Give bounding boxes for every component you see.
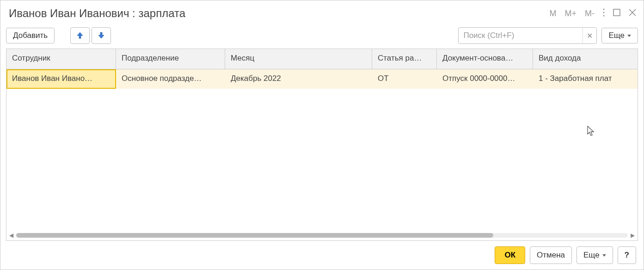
cell-base-document[interactable]: Отпуск 0000-0000… xyxy=(437,69,533,89)
column-header-month[interactable]: Месяц xyxy=(225,49,372,69)
cell-month[interactable]: Декабрь 2022 xyxy=(225,69,372,89)
memory-m-minus-button[interactable]: M- xyxy=(585,9,595,18)
ok-button[interactable]: ОК xyxy=(495,246,525,264)
cell-income-type[interactable]: 1 - Заработная плат xyxy=(533,69,638,89)
search-field-wrap: ✕ xyxy=(458,27,597,44)
toolbar-left: Добавить xyxy=(6,27,111,44)
x-icon: ✕ xyxy=(587,32,593,40)
cell-employee[interactable]: Иванов Иван Ивано… xyxy=(6,69,116,89)
footer-more-button[interactable]: Еще xyxy=(577,246,613,264)
cell-department[interactable]: Основное подразде… xyxy=(116,69,225,89)
scroll-left-icon[interactable]: ◀ xyxy=(9,232,13,239)
move-up-button[interactable] xyxy=(70,27,90,44)
column-header-department[interactable]: Подразделение xyxy=(116,49,225,69)
salary-window: Иванов Иван Иванович : зарплата M M+ M- … xyxy=(0,0,644,270)
toolbar: Добавить ✕ Ещ xyxy=(6,26,638,49)
move-down-button[interactable] xyxy=(92,27,111,44)
memory-m-plus-button[interactable]: M+ xyxy=(564,9,577,18)
toolbar-right: ✕ Еще xyxy=(458,27,638,44)
clear-search-button[interactable]: ✕ xyxy=(583,28,596,43)
svg-point-2 xyxy=(603,15,604,16)
help-button[interactable]: ? xyxy=(618,246,636,264)
scrollbar-track[interactable] xyxy=(16,233,628,238)
toolbar-more-button[interactable]: Еще xyxy=(601,28,638,43)
add-button[interactable]: Добавить xyxy=(6,28,55,43)
close-icon[interactable] xyxy=(629,9,636,18)
kebab-menu-icon[interactable] xyxy=(603,8,605,19)
table-row[interactable]: Иванов Иван Ивано… Основное подразде… Де… xyxy=(6,69,638,89)
arrow-up-icon xyxy=(76,31,84,41)
svg-rect-3 xyxy=(613,9,620,16)
column-header-expense-item[interactable]: Статья ра… xyxy=(372,49,437,69)
titlebar-controls: M M+ M- xyxy=(549,8,636,19)
search-input[interactable] xyxy=(459,31,583,40)
maximize-icon[interactable] xyxy=(613,9,620,18)
cell-expense-item[interactable]: ОТ xyxy=(372,69,437,89)
scroll-right-icon[interactable]: ▶ xyxy=(631,232,635,239)
horizontal-scrollbar[interactable]: ◀ ▶ xyxy=(6,230,638,240)
memory-m-button[interactable]: M xyxy=(549,9,556,18)
scrollbar-thumb[interactable] xyxy=(16,233,493,238)
footer: ОК Отмена Еще ? xyxy=(6,241,638,266)
cancel-button[interactable]: Отмена xyxy=(530,246,572,264)
table-body[interactable]: Иванов Иван Ивано… Основное подразде… Де… xyxy=(6,69,638,230)
window-title: Иванов Иван Иванович : зарплата xyxy=(9,7,185,20)
data-table: Сотрудник Подразделение Месяц Статья ра…… xyxy=(6,49,638,241)
column-header-income-type[interactable]: Вид дохода xyxy=(533,49,638,69)
column-header-employee[interactable]: Сотрудник xyxy=(6,49,116,69)
column-header-base-document[interactable]: Документ-основа… xyxy=(437,49,533,69)
titlebar: Иванов Иван Иванович : зарплата M M+ M- xyxy=(6,4,638,26)
arrow-down-icon xyxy=(97,31,105,41)
svg-point-1 xyxy=(603,12,604,13)
table-header: Сотрудник Подразделение Месяц Статья ра…… xyxy=(6,49,638,69)
svg-point-0 xyxy=(603,8,604,10)
